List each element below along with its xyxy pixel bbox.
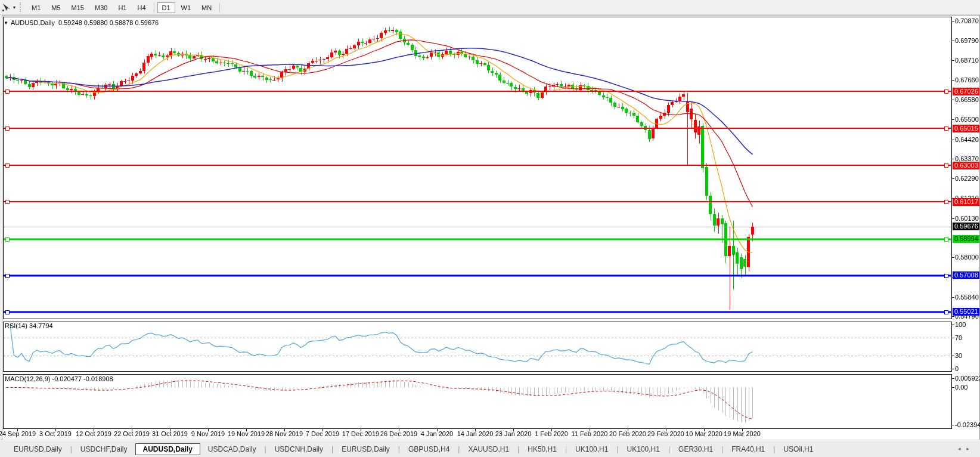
- tab-separator: |: [70, 445, 72, 453]
- toolbar-separator: [219, 3, 220, 13]
- price-badge: 0.67026: [953, 88, 979, 95]
- timeframe-button-m5[interactable]: M5: [46, 2, 65, 13]
- tabs-scroll-right-icon[interactable]: ▸: [966, 446, 975, 452]
- price-tick-label: 0.64420: [955, 136, 980, 144]
- price-badge: 0.65015: [953, 125, 979, 132]
- price-badge: 0.59676: [953, 223, 979, 230]
- chart-symbol-period: AUDUSD,Daily: [11, 19, 55, 26]
- tab-separator: |: [517, 445, 519, 453]
- rsi-axis-label: 30: [955, 352, 980, 360]
- price-tick-label: 0.65500: [955, 116, 980, 123]
- chart-tab-usdcnh-daily[interactable]: USDCNH,Daily: [267, 443, 331, 455]
- price-badge: 0.58994: [953, 235, 979, 243]
- rsi-indicator-label: RSI(14) 34.7794: [5, 322, 53, 329]
- chart-tab-ger30-h1[interactable]: GER30,H1: [671, 443, 721, 455]
- price-tick-label: 0.58000: [955, 254, 980, 261]
- date-tick-label: 19 Mar 2020: [718, 430, 766, 438]
- price-tick-label: 0.66580: [955, 96, 980, 104]
- price-tick-label: 0.62290: [955, 175, 980, 183]
- timeframe-button-w1[interactable]: W1: [176, 2, 196, 13]
- timeframe-button-h1[interactable]: H1: [113, 2, 131, 13]
- tab-separator: |: [398, 445, 400, 453]
- price-tick-label: 0.55840: [955, 294, 980, 301]
- tab-separator: |: [668, 445, 670, 453]
- rsi-axis-label: 70: [955, 334, 980, 342]
- tab-separator: |: [458, 445, 460, 453]
- timeframe-button-m15[interactable]: M15: [67, 2, 89, 13]
- chart-tab-gbpusd-h4[interactable]: GBPUSD,H4: [401, 443, 457, 455]
- tool-dropdown-icon[interactable]: ▾: [13, 5, 15, 10]
- trading-terminal: ▾ M1M5M15M30H1H4D1W1MN ▼AUDUSD,Daily 0.5…: [0, 0, 980, 457]
- price-tick-label: 0.70870: [955, 17, 980, 25]
- tab-separator: |: [331, 445, 333, 453]
- timeframe-button-m30[interactable]: M30: [90, 2, 112, 13]
- chart-tab-fra40-h1[interactable]: FRA40,H1: [724, 443, 773, 455]
- timeframe-toolbar: ▾ M1M5M15M30H1H4D1W1MN: [0, 0, 980, 15]
- price-tick-label: 0.67660: [955, 76, 980, 84]
- chart-title: ▼AUDUSD,Daily 0.59248 0.59880 0.58878 0.…: [4, 19, 159, 26]
- macd-indicator-label: MACD(12,26,9) -0.020477 -0.018908: [5, 375, 113, 382]
- macd-axis-label: -0.023944: [955, 421, 980, 429]
- chart-tab-eurusd-daily[interactable]: EURUSD,Daily: [6, 443, 70, 455]
- chart-tab-xauusd-h1[interactable]: XAUUSD,H1: [460, 443, 517, 455]
- macd-axis-label: 0.005923: [955, 375, 980, 382]
- tab-separator: |: [721, 445, 723, 453]
- cursor-tool-icon[interactable]: [2, 2, 13, 13]
- rsi-axis-label: 0: [955, 365, 980, 373]
- timeframe-button-mn[interactable]: MN: [197, 2, 216, 13]
- price-badge: 0.57008: [953, 271, 979, 279]
- chart-dropdown-icon[interactable]: ▼: [4, 20, 8, 26]
- toolbar-separator: [154, 3, 154, 13]
- timeframe-button-d1[interactable]: D1: [157, 2, 175, 13]
- rsi-axis-label: 100: [955, 321, 980, 329]
- price-tick-label: 0.68710: [955, 57, 980, 64]
- chart-tab-eurusd-daily[interactable]: EURUSD,Daily: [334, 443, 398, 455]
- toolbar-grip: [20, 2, 23, 12]
- tabs-scroll-left-icon[interactable]: ◂: [958, 446, 967, 452]
- macd-axis-label: 0.00: [955, 384, 980, 391]
- price-tick-label: 0.69790: [955, 37, 980, 45]
- chart-tab-bar: EURUSD,Daily|USDCHF,DailyAUDUSD,DailyUSD…: [0, 440, 980, 457]
- chart-tab-hk50-h1[interactable]: HK50,H1: [520, 443, 565, 455]
- timeframe-button-h4[interactable]: H4: [132, 2, 150, 13]
- chart-tab-usdchf-daily[interactable]: USDCHF,Daily: [73, 443, 135, 455]
- tab-separator: |: [773, 445, 775, 453]
- tab-separator: |: [565, 445, 567, 453]
- chart-tab-uk100-h1[interactable]: UK100,H1: [567, 443, 616, 455]
- chart-tabs: EURUSD,Daily|USDCHF,DailyAUDUSD,DailyUSD…: [6, 443, 821, 455]
- chart-tab-usoil-h1[interactable]: USOil,H1: [776, 443, 821, 455]
- timeframe-buttons: M1M5M15M30H1H4D1W1MN: [26, 2, 222, 13]
- chart-tab-uk100-h1[interactable]: UK100,H1: [619, 443, 668, 455]
- price-tick-label: 0.60130: [955, 215, 980, 223]
- price-badge: 0.61017: [953, 198, 979, 206]
- price-badge: 0.63003: [953, 162, 979, 169]
- chart-tab-usdcad-daily[interactable]: USDCAD,Daily: [200, 443, 264, 455]
- price-badge: 0.55021: [953, 308, 979, 316]
- timeframe-button-m1[interactable]: M1: [27, 2, 45, 13]
- chart-tab-audusd-daily[interactable]: AUDUSD,Daily: [135, 443, 200, 455]
- chart-ohlc: 0.59248 0.59880 0.58878 0.59676: [58, 19, 159, 26]
- tab-separator: |: [616, 445, 618, 453]
- tab-separator: |: [265, 445, 266, 453]
